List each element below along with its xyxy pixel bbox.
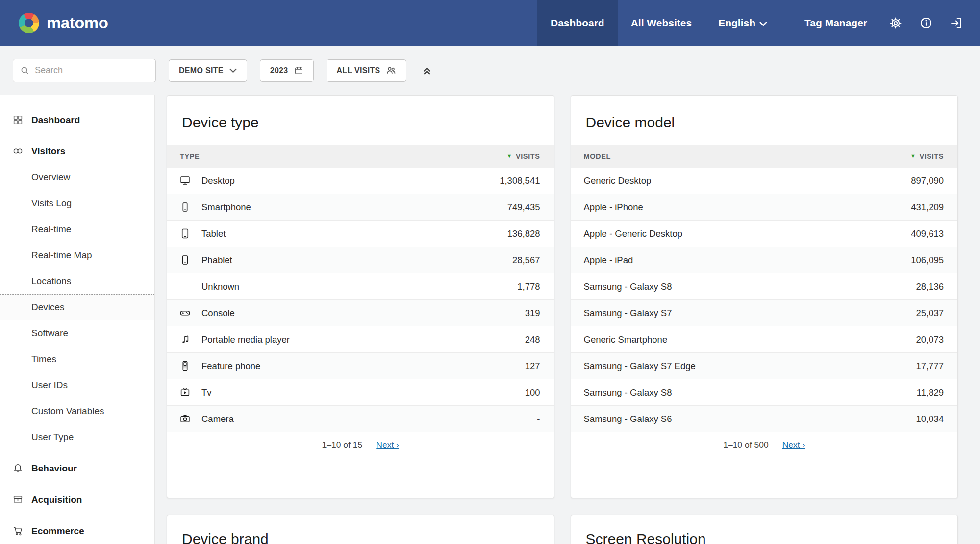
chevron-down-icon — [229, 68, 237, 73]
sidebar-item-software[interactable]: Software — [0, 320, 154, 346]
sidebar-item-locations[interactable]: Locations — [0, 268, 154, 294]
nav-item-label: Dashboard — [551, 17, 604, 29]
sidebar-item-label: Visitors — [31, 146, 65, 157]
table-row[interactable]: Console 319 — [167, 300, 554, 326]
table-row[interactable]: Generic Desktop 897,090 — [571, 168, 958, 194]
next-page-link[interactable]: Next › — [782, 440, 805, 450]
settings-gear-icon[interactable] — [880, 0, 911, 46]
sign-in-icon[interactable] — [941, 0, 980, 46]
sidebar-item-dashboard[interactable]: Dashboard — [0, 107, 154, 133]
column-header-visits[interactable]: ▼ VISITS — [910, 152, 944, 160]
sort-desc-icon: ▼ — [910, 153, 916, 159]
table-row[interactable]: Smartphone 749,435 — [167, 194, 554, 221]
table-row[interactable]: Tablet 136,828 — [167, 221, 554, 247]
table-row[interactable]: Apple - iPhone 431,209 — [571, 194, 958, 221]
row-value: 136,828 — [507, 228, 540, 239]
phablet-icon — [180, 255, 201, 265]
row-value: 10,034 — [916, 414, 944, 424]
help-info-icon[interactable] — [911, 0, 941, 46]
sidebar-item-label: Locations — [31, 276, 71, 287]
screen-resolution-card: Screen Resolution — [571, 515, 958, 544]
archive-box-icon — [12, 495, 24, 505]
row-label: Samsung - Galaxy S7 — [584, 308, 916, 319]
sidebar-item-times[interactable]: Times — [0, 346, 154, 372]
table-row[interactable]: Samsung - Galaxy S8 28,136 — [571, 273, 958, 300]
row-label: Tv — [201, 387, 525, 398]
top-navbar: matomo Dashboard All Websites English Ta… — [0, 0, 980, 46]
table-row[interactable]: Samsung - Galaxy S8 11,829 — [571, 379, 958, 406]
search-icon — [20, 65, 29, 75]
device-model-card: Device model MODEL ▼ VISITS Generic Desk… — [571, 95, 958, 498]
row-label: Apple - iPad — [584, 255, 911, 266]
nav-item-all-websites[interactable]: All Websites — [618, 0, 705, 46]
site-selector-label: DEMO SITE — [179, 66, 224, 75]
nav-item-language[interactable]: English — [705, 0, 780, 46]
nav-item-tag-manager[interactable]: Tag Manager — [791, 0, 880, 46]
row-label: Unknown — [201, 281, 517, 292]
nav-item-label: Tag Manager — [804, 17, 867, 29]
device-type-card: Device type TYPE ▼ VISITS Desktop 1,308,… — [167, 95, 554, 498]
matomo-logo-icon — [19, 13, 39, 33]
sidebar-item-visits-log[interactable]: Visits Log — [0, 190, 154, 216]
site-selector-button[interactable]: DEMO SITE — [169, 59, 247, 82]
pagination-range: 1–10 of 15 — [322, 440, 363, 450]
row-label: Phablet — [201, 255, 512, 266]
search-box[interactable] — [13, 59, 156, 82]
row-label: Generic Smartphone — [584, 334, 916, 345]
row-value: 319 — [525, 308, 540, 319]
table-row[interactable]: Apple - iPad 106,095 — [571, 247, 958, 273]
table-row[interactable]: Camera - — [167, 406, 554, 432]
sidebar-item-label: User IDs — [31, 380, 68, 391]
table-row[interactable]: Feature phone 127 — [167, 353, 554, 379]
row-value: 106,095 — [911, 255, 944, 266]
column-header-type[interactable]: TYPE — [180, 152, 200, 160]
brand[interactable]: matomo — [0, 0, 108, 46]
calendar-icon — [294, 66, 303, 75]
users-icon — [386, 65, 396, 75]
table-row[interactable]: Desktop 1,308,541 — [167, 168, 554, 194]
media-player-icon — [180, 334, 201, 345]
row-label: Apple - Generic Desktop — [584, 228, 911, 239]
sidebar-item-label: User Type — [31, 432, 74, 443]
sidebar-item-user-type[interactable]: User Type — [0, 424, 154, 450]
column-header-visits[interactable]: ▼ VISITS — [506, 152, 540, 160]
sort-desc-icon: ▼ — [506, 153, 512, 159]
next-page-link[interactable]: Next › — [376, 440, 399, 450]
table-row[interactable]: Generic Smartphone 20,073 — [571, 326, 958, 353]
sidebar-item-devices[interactable]: Devices — [0, 294, 154, 320]
sidebar-item-custom-variables[interactable]: Custom Variables — [0, 398, 154, 424]
camera-icon — [180, 414, 201, 424]
search-input[interactable] — [35, 65, 149, 75]
sidebar-item-real-time[interactable]: Real-time — [0, 216, 154, 242]
sidebar-item-ecommerce[interactable]: Ecommerce — [0, 518, 154, 544]
row-label: Camera — [201, 414, 537, 424]
period-selector-button[interactable]: 2023 — [260, 59, 314, 82]
sidebar-item-label: Overview — [31, 172, 70, 183]
pagination: 1–10 of 500 Next › — [571, 440, 958, 450]
sidebar-item-overview[interactable]: Overview — [0, 164, 154, 190]
sidebar-item-acquisition[interactable]: Acquisition — [0, 487, 154, 513]
table-row[interactable]: Unknown 1,778 — [167, 273, 554, 300]
table-row[interactable]: Samsung - Galaxy S6 10,034 — [571, 406, 958, 432]
sidebar-item-behaviour[interactable]: Behaviour — [0, 455, 154, 481]
tablet-icon — [180, 228, 201, 239]
table-row[interactable]: Samsung - Galaxy S7 25,037 — [571, 300, 958, 326]
nav-item-label: All Websites — [631, 17, 692, 29]
sidebar-item-real-time-map[interactable]: Real-time Map — [0, 242, 154, 268]
segment-selector-button[interactable]: ALL VISITS — [327, 59, 407, 82]
sidebar-item-label: Real-time Map — [31, 250, 92, 261]
sidebar-item-visitors[interactable]: Visitors — [0, 138, 154, 164]
table-row[interactable]: Phablet 28,567 — [167, 247, 554, 273]
nav-item-dashboard[interactable]: Dashboard — [537, 0, 618, 46]
table-row[interactable]: Samsung - Galaxy S7 Edge 17,777 — [571, 353, 958, 379]
sidebar-item-user-ids[interactable]: User IDs — [0, 372, 154, 398]
column-header-model[interactable]: MODEL — [584, 152, 611, 160]
card-title: Screen Resolution — [571, 515, 958, 544]
table-row[interactable]: Apple - Generic Desktop 409,613 — [571, 221, 958, 247]
table-row[interactable]: Portable media player 248 — [167, 326, 554, 353]
collapse-toolbar-button[interactable] — [421, 65, 433, 76]
shopping-cart-icon — [12, 526, 24, 536]
table-row[interactable]: Tv 100 — [167, 379, 554, 406]
row-label: Smartphone — [201, 202, 507, 213]
sidebar-item-label: Devices — [31, 302, 65, 313]
